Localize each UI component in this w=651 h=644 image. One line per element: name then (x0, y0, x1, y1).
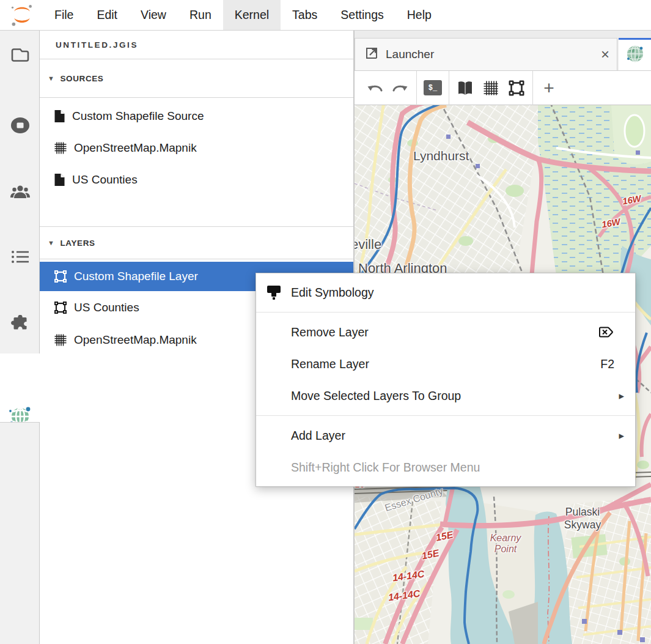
menu-tabs[interactable]: Tabs (281, 0, 329, 30)
menu-run[interactable]: Run (178, 0, 223, 30)
menu-divider (256, 415, 635, 416)
puzzle-extension-icon[interactable] (0, 315, 40, 335)
tab-label: Launcher (386, 48, 434, 61)
menu-item-label: Rename Layer (291, 357, 369, 371)
toolbar-divider (416, 71, 417, 105)
menu-item-rename-layer[interactable]: Rename Layer F2 (256, 348, 635, 380)
menu-file[interactable]: File (43, 0, 85, 30)
source-row-us-counties[interactable]: US Counties (40, 164, 353, 196)
undo-icon[interactable] (362, 76, 388, 100)
layer-context-menu: Edit Symbology Remove Layer Rename Layer… (256, 273, 636, 487)
symbology-brush-icon (266, 284, 283, 301)
layer-label: US Counties (74, 301, 139, 314)
vector-polygon-icon (54, 301, 67, 314)
menu-item-label: Edit Symbology (291, 286, 373, 300)
tab-launcher[interactable]: Launcher × (355, 38, 617, 70)
redo-icon[interactable] (388, 76, 413, 100)
raster-grid-icon[interactable] (478, 76, 504, 100)
jgis-globe-icon (625, 44, 645, 66)
menu-item-label: Remove Layer (291, 325, 369, 339)
sources-label: SOURCES (61, 74, 104, 83)
collapse-caret-icon: ▼ (48, 239, 55, 246)
launcher-icon (365, 46, 378, 63)
menu-item-move-to-group[interactable]: Move Selected Layers To Group ▸ (256, 380, 635, 412)
menu-kernel[interactable]: Kernel (223, 0, 281, 30)
source-row-osm[interactable]: OpenStreetMap.Mapnik (40, 132, 353, 164)
vector-polygon-icon (54, 270, 67, 283)
collapse-caret-icon: ▼ (48, 75, 55, 82)
tab-jgis-document[interactable] (619, 38, 651, 70)
jupyter-logo-icon[interactable] (10, 3, 34, 28)
menu-items: File Edit View Run Kernel Tabs Settings … (43, 0, 443, 30)
layers-section-header[interactable]: ▼ LAYERS (40, 226, 353, 259)
vector-polygon-icon[interactable] (504, 76, 529, 100)
layer-label: OpenStreetMap.Mapnik (74, 333, 197, 347)
file-icon (54, 109, 65, 123)
submenu-arrow-icon: ▸ (619, 429, 629, 442)
menu-item-browser-menu-hint: Shift+Right Click For Browser Menu (256, 451, 635, 483)
sidebar-lower-strip (0, 422, 40, 644)
sources-section-header[interactable]: ▼ SOURCES (40, 59, 353, 98)
folder-icon[interactable] (0, 46, 40, 64)
collaboration-users-icon[interactable] (0, 183, 40, 201)
source-label: Custom Shapefile Source (72, 109, 204, 123)
jgis-toolbar: $_ (355, 71, 651, 105)
menu-settings[interactable]: Settings (329, 0, 395, 30)
sidebar-tab-strip (0, 31, 40, 353)
shortcut-label: F2 (600, 357, 629, 371)
raster-grid-icon (54, 333, 67, 347)
menu-item-edit-symbology[interactable]: Edit Symbology (256, 276, 635, 308)
map-label-pulaski-skyway: Pulaski Skyway (556, 506, 609, 531)
layer-label: Custom Shapefile Layer (74, 270, 198, 283)
plus-icon[interactable]: + (536, 76, 562, 100)
submenu-arrow-icon: ▸ (619, 390, 629, 402)
menu-item-label: Add Layer (291, 429, 345, 443)
left-activity-bar (0, 31, 40, 644)
toolbar-divider (532, 71, 533, 105)
source-label: OpenStreetMap.Mapnik (74, 141, 197, 155)
map-label-kearny-point: Kearny Point (482, 533, 529, 555)
menu-item-label: Move Selected Layers To Group (291, 389, 461, 403)
menu-item-label: Shift+Right Click For Browser Menu (291, 461, 480, 475)
map-label-lyndhurst: Lyndhurst (413, 149, 469, 163)
menu-item-remove-layer[interactable]: Remove Layer (256, 316, 635, 348)
sources-list: Custom Shapefile Source OpenStreetMap.Ma… (40, 98, 353, 196)
map-label-belleville: eville (355, 237, 381, 253)
terminal-icon[interactable]: $_ (420, 76, 446, 100)
toolbar-divider (449, 71, 449, 105)
remove-layer-icon (598, 325, 629, 339)
menu-help[interactable]: Help (395, 0, 443, 30)
notebook-book-icon[interactable] (452, 76, 478, 100)
layers-label: LAYERS (61, 239, 95, 248)
list-icon[interactable] (0, 249, 40, 265)
menu-item-add-layer[interactable]: Add Layer ▸ (256, 420, 635, 451)
running-kernels-icon[interactable] (0, 116, 40, 135)
sidebar-active-section (0, 353, 40, 422)
close-icon[interactable]: × (601, 47, 609, 62)
source-label: US Counties (72, 173, 138, 187)
menu-divider (256, 312, 635, 313)
raster-grid-icon (54, 141, 67, 155)
file-icon (54, 173, 65, 187)
tab-bar: Launcher × (355, 31, 651, 71)
source-row-custom-shapefile[interactable]: Custom Shapefile Source (40, 100, 353, 132)
panel-title: UNTITLED.JGIS (40, 31, 353, 59)
menu-bar: File Edit View Run Kernel Tabs Settings … (0, 0, 651, 31)
menu-view[interactable]: View (129, 0, 178, 30)
menu-edit[interactable]: Edit (85, 0, 129, 30)
